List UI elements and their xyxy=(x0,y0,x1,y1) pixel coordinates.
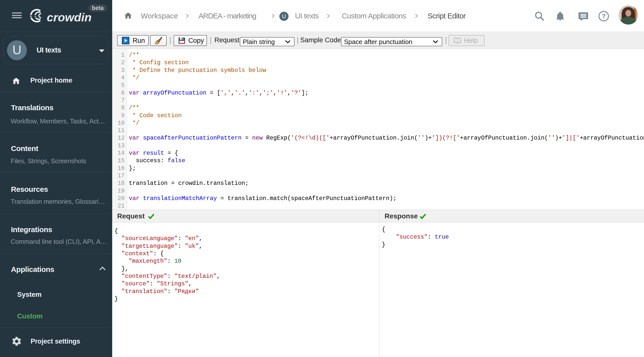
svg-text:?: ? xyxy=(602,13,606,20)
